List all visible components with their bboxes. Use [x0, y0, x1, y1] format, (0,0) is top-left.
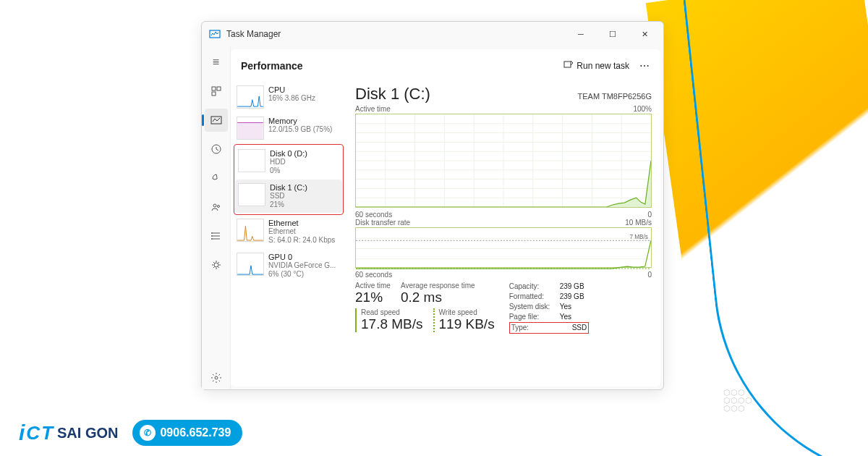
- brand-logo: iCT SAI GON: [19, 421, 118, 445]
- sidebar-item-cpu[interactable]: CPU16% 3.86 GHz: [234, 82, 344, 112]
- sidebar-item-memory[interactable]: Memory12.0/15.9 GB (75%): [234, 113, 344, 143]
- disk-model: TEAM TM8FP6256G: [578, 92, 652, 101]
- page-title: Performance: [241, 60, 303, 72]
- svg-point-12: [211, 235, 213, 237]
- settings-icon[interactable]: [205, 366, 228, 389]
- disk1-sparkline: [238, 183, 265, 206]
- read-speed-value: 17.8 MB/s: [361, 316, 423, 332]
- active-time-chart: [355, 114, 652, 208]
- svg-rect-16: [564, 62, 571, 67]
- nav-rail: ≡: [202, 46, 231, 389]
- phone-button[interactable]: ✆ 0906.652.739: [132, 420, 242, 446]
- disk-title: Disk 1 (C:): [355, 85, 430, 104]
- write-speed-value: 119 KB/s: [439, 316, 495, 332]
- details-icon[interactable]: [205, 224, 228, 248]
- more-button[interactable]: ⋯: [639, 60, 650, 72]
- transfer-rate-chart: 7 MB/s: [355, 227, 652, 268]
- run-new-task-button[interactable]: Run new task: [559, 56, 634, 75]
- phone-icon: ✆: [140, 425, 156, 441]
- services-icon[interactable]: [205, 253, 228, 276]
- active-time-value: 21%: [355, 290, 391, 305]
- run-icon: [563, 59, 574, 72]
- window-title: Task Manager: [226, 29, 281, 39]
- svg-rect-1: [212, 87, 216, 90]
- hamburger-icon[interactable]: ≡: [205, 51, 228, 74]
- detail-pane: Disk 1 (C:) TEAM TM8FP6256G Active time1…: [346, 82, 660, 387]
- resource-list: CPU16% 3.86 GHz Memory12.0/15.9 GB (75%)…: [231, 82, 346, 387]
- eth-sparkline: [237, 219, 264, 242]
- page-footer: iCT SAI GON ✆ 0906.652.739: [14, 420, 242, 446]
- svg-rect-3: [212, 92, 216, 96]
- history-icon[interactable]: [205, 138, 228, 161]
- sidebar-item-disk0[interactable]: Disk 0 (D:)HDD0%: [235, 145, 342, 179]
- disk-info: Capacity:239 GB Formatted:239 GB System …: [509, 282, 590, 334]
- titlebar[interactable]: Task Manager ─ ☐ ✕: [202, 22, 663, 46]
- svg-point-14: [214, 263, 218, 267]
- users-icon[interactable]: [205, 195, 228, 219]
- svg-point-13: [211, 238, 213, 240]
- disk-highlight: Disk 0 (D:)HDD0% Disk 1 (C:)SSD21%: [234, 144, 344, 215]
- svg-point-6: [213, 204, 216, 207]
- minimize-button[interactable]: ─: [565, 22, 597, 46]
- maximize-button[interactable]: ☐: [597, 22, 629, 46]
- sidebar-item-disk1[interactable]: Disk 1 (C:)SSD21%: [235, 180, 342, 213]
- sidebar-item-gpu[interactable]: GPU 0NVIDIA GeForce G...6% (30 °C): [234, 249, 344, 282]
- svg-point-7: [217, 206, 219, 208]
- startup-icon[interactable]: [205, 166, 228, 190]
- svg-text:7 MB/s: 7 MB/s: [629, 234, 647, 240]
- svg-point-15: [215, 376, 218, 379]
- type-highlight: Type:SSD: [509, 322, 590, 334]
- gpu-sparkline: [237, 253, 264, 276]
- cpu-sparkline: [237, 85, 264, 109]
- performance-icon[interactable]: [205, 109, 228, 132]
- svg-rect-17: [237, 123, 263, 140]
- task-manager-window: Task Manager ─ ☐ ✕ ≡ Performance: [201, 21, 664, 390]
- sidebar-item-ethernet[interactable]: EthernetEthernetS: 64.0 R: 24.0 Kbps: [234, 215, 344, 248]
- app-icon: [209, 28, 221, 40]
- disk0-sparkline: [238, 149, 265, 172]
- response-time-value: 0.2 ms: [401, 290, 475, 305]
- decorative-hex: ⬡⬡⬡⬡⬡⬡⬡⬡⬡⬡: [723, 389, 752, 413]
- close-button[interactable]: ✕: [629, 22, 660, 46]
- svg-point-11: [211, 232, 213, 234]
- memory-sparkline: [237, 117, 264, 140]
- processes-icon[interactable]: [205, 80, 228, 103]
- svg-rect-2: [217, 87, 221, 90]
